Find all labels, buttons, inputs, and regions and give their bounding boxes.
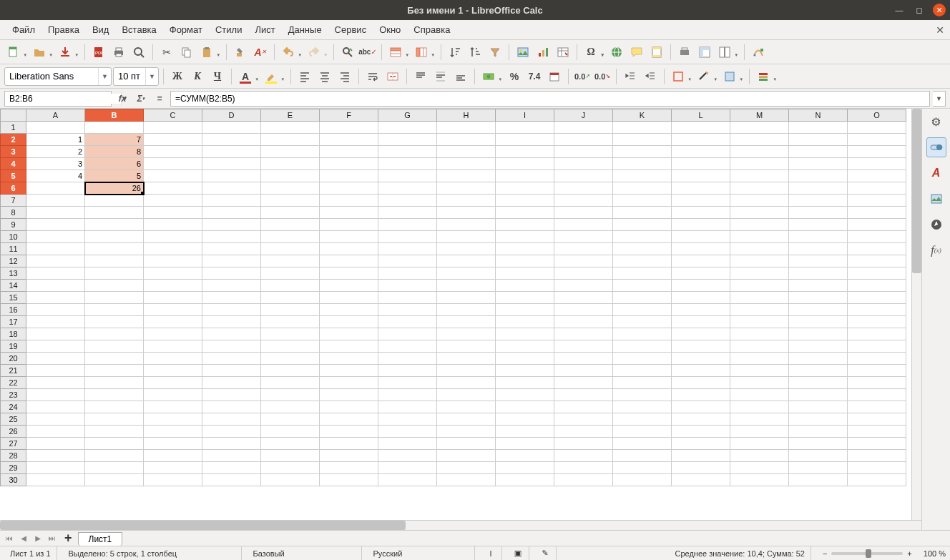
cell[interactable] bbox=[261, 170, 320, 182]
cell[interactable] bbox=[496, 377, 554, 389]
redo-icon[interactable] bbox=[305, 43, 323, 62]
cell[interactable] bbox=[320, 122, 378, 134]
font-size-input[interactable] bbox=[114, 71, 145, 82]
cell[interactable] bbox=[730, 377, 789, 389]
cell[interactable] bbox=[789, 365, 848, 377]
cell[interactable] bbox=[144, 340, 202, 353]
cell[interactable] bbox=[848, 389, 906, 401]
cell[interactable] bbox=[730, 170, 789, 182]
cell[interactable] bbox=[613, 462, 672, 474]
menu-sheet[interactable]: Лист bbox=[248, 22, 281, 37]
cell[interactable] bbox=[613, 267, 672, 280]
cell[interactable] bbox=[144, 170, 202, 182]
column-header[interactable]: J bbox=[554, 109, 613, 122]
cell[interactable] bbox=[554, 170, 613, 182]
cell[interactable] bbox=[202, 328, 261, 340]
cell[interactable] bbox=[202, 231, 261, 243]
print-icon[interactable] bbox=[109, 43, 128, 62]
cell[interactable] bbox=[202, 292, 261, 304]
spellcheck-icon[interactable]: abc✓ bbox=[358, 43, 377, 62]
cell[interactable] bbox=[613, 316, 672, 328]
chevron-down-icon[interactable]: ▼ bbox=[145, 68, 158, 85]
formula-input[interactable] bbox=[170, 91, 930, 107]
cell[interactable]: 2 bbox=[26, 146, 85, 158]
cell[interactable] bbox=[613, 328, 672, 340]
status-insert-mode-icon[interactable]: I bbox=[481, 546, 502, 560]
cell[interactable] bbox=[202, 280, 261, 292]
merge-cells-icon[interactable] bbox=[383, 67, 402, 86]
cell[interactable] bbox=[26, 328, 85, 340]
clear-formatting-icon[interactable]: A✕ bbox=[251, 43, 270, 62]
cell[interactable] bbox=[672, 243, 730, 255]
cell[interactable] bbox=[672, 389, 730, 401]
close-button[interactable]: ✕ bbox=[933, 4, 946, 16]
cell[interactable] bbox=[848, 316, 906, 328]
column-icon[interactable] bbox=[412, 43, 431, 62]
cell[interactable] bbox=[613, 389, 672, 401]
cell[interactable] bbox=[730, 158, 789, 170]
menu-format[interactable]: Формат bbox=[163, 22, 209, 37]
cell[interactable] bbox=[26, 340, 85, 353]
cell[interactable] bbox=[789, 219, 848, 231]
menu-data[interactable]: Данные bbox=[282, 22, 328, 37]
sidebar-navigator-icon[interactable] bbox=[926, 215, 946, 235]
cell[interactable] bbox=[144, 207, 202, 219]
cell[interactable] bbox=[437, 255, 496, 267]
cell[interactable] bbox=[789, 243, 848, 255]
zoom-level[interactable]: 100 % bbox=[924, 549, 946, 558]
row-header[interactable]: 5 bbox=[1, 170, 26, 182]
cell[interactable] bbox=[26, 182, 85, 195]
cell[interactable] bbox=[730, 182, 789, 195]
cell[interactable] bbox=[320, 292, 378, 304]
cell[interactable] bbox=[672, 353, 730, 365]
cell[interactable] bbox=[730, 316, 789, 328]
cell[interactable] bbox=[378, 389, 437, 401]
cell[interactable] bbox=[320, 158, 378, 170]
cell[interactable] bbox=[554, 267, 613, 280]
cell[interactable] bbox=[496, 474, 554, 486]
cell[interactable] bbox=[320, 170, 378, 182]
cell[interactable] bbox=[672, 474, 730, 486]
cell[interactable] bbox=[730, 146, 789, 158]
cell[interactable] bbox=[672, 219, 730, 231]
cell[interactable] bbox=[613, 450, 672, 462]
cell[interactable] bbox=[496, 365, 554, 377]
cell[interactable] bbox=[26, 353, 85, 365]
cell[interactable] bbox=[320, 389, 378, 401]
cell[interactable] bbox=[261, 146, 320, 158]
cell[interactable] bbox=[730, 219, 789, 231]
cell[interactable] bbox=[261, 377, 320, 389]
cell[interactable] bbox=[261, 474, 320, 486]
cell[interactable] bbox=[320, 377, 378, 389]
column-header[interactable]: N bbox=[789, 109, 848, 122]
cell[interactable] bbox=[789, 267, 848, 280]
cell[interactable] bbox=[261, 462, 320, 474]
borders-icon[interactable] bbox=[669, 67, 687, 86]
cell[interactable] bbox=[554, 182, 613, 195]
cell[interactable] bbox=[496, 413, 554, 426]
cell[interactable] bbox=[26, 231, 85, 243]
cell[interactable] bbox=[672, 292, 730, 304]
cell[interactable] bbox=[26, 365, 85, 377]
clone-formatting-icon[interactable] bbox=[231, 43, 250, 62]
cell[interactable] bbox=[613, 377, 672, 389]
cell[interactable] bbox=[496, 462, 554, 474]
cell[interactable] bbox=[378, 340, 437, 353]
cell[interactable] bbox=[378, 280, 437, 292]
cell[interactable] bbox=[730, 231, 789, 243]
cell[interactable] bbox=[320, 280, 378, 292]
cell[interactable] bbox=[672, 280, 730, 292]
cell[interactable] bbox=[85, 353, 144, 365]
cell[interactable] bbox=[437, 426, 496, 438]
cell[interactable] bbox=[378, 292, 437, 304]
horizontal-scrollbar[interactable] bbox=[0, 520, 921, 530]
row-header[interactable]: 14 bbox=[1, 280, 26, 292]
cell[interactable] bbox=[144, 413, 202, 426]
cell[interactable] bbox=[261, 292, 320, 304]
cell[interactable] bbox=[437, 474, 496, 486]
cell[interactable] bbox=[437, 207, 496, 219]
column-header[interactable]: E bbox=[261, 109, 320, 122]
cell[interactable] bbox=[144, 182, 202, 195]
cell[interactable] bbox=[378, 122, 437, 134]
cell[interactable] bbox=[789, 426, 848, 438]
